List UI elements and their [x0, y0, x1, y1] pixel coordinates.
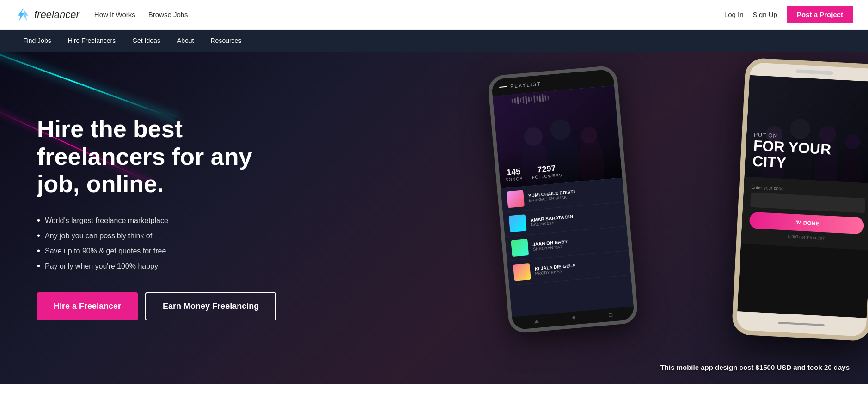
how-it-works-link[interactable]: How It Works	[94, 11, 135, 18]
back-nav-icon	[534, 320, 539, 324]
svg-marker-0	[18, 8, 24, 21]
song-info: KI JALA DIE GELA PRODY KHAN	[534, 259, 624, 276]
im-done-button[interactable]: I'M DONE	[749, 211, 865, 234]
browse-jobs-link[interactable]: Browse Jobs	[148, 11, 188, 18]
logo-icon	[15, 6, 31, 23]
secondary-navigation: Find Jobs Hire Freelancers Get Ideas Abo…	[0, 30, 868, 52]
home-bar-indicator	[778, 322, 825, 326]
logo-text: freelancer	[34, 9, 79, 21]
hire-freelancer-button[interactable]: Hire a Freelancer	[37, 292, 138, 320]
phone2-mockup: PUT ON FOR YOUR CITY Enter your code I'M…	[732, 58, 868, 342]
earn-money-button[interactable]: Earn Money Freelancing	[145, 292, 276, 320]
hire-freelancers-link[interactable]: Hire Freelancers	[60, 30, 124, 52]
hero-buttons: Hire a Freelancer Earn Money Freelancing	[37, 292, 277, 320]
phone1-stats-overlay: 145 SONGS 7297 FOLLOWERS	[493, 85, 622, 188]
phone1-image: 145 SONGS 7297 FOLLOWERS	[493, 85, 622, 188]
get-ideas-link[interactable]: Get Ideas	[124, 30, 169, 52]
song-info: AMAR SARATA DIN NACHIKETA	[530, 210, 620, 227]
song-thumb	[511, 239, 529, 257]
hero-section: Hire the best freelancers for any job, o…	[0, 52, 868, 384]
logo[interactable]: freelancer	[15, 6, 79, 23]
hero-phones: PLAYLIST	[471, 52, 868, 384]
hero-title: Hire the best freelancers for any job, o…	[37, 115, 277, 198]
about-link[interactable]: About	[169, 30, 202, 52]
signup-button[interactable]: Sign Up	[753, 11, 777, 18]
top-nav-right: Log In Sign Up Post a Project	[724, 6, 853, 23]
home-nav-icon	[572, 316, 575, 320]
song-thumb	[509, 214, 527, 232]
im-done-label: I'M DONE	[794, 219, 819, 227]
song-thumb	[507, 190, 525, 208]
resend-code-text: Didn't get the code?	[749, 232, 863, 242]
notch-bar	[796, 69, 833, 75]
top-nav-links: How It Works Browse Jobs	[94, 11, 188, 18]
bullet-1: World's largest freelance marketplace	[37, 213, 277, 228]
followers-stat: 7297 FOLLOWERS	[531, 163, 562, 180]
bullet-2: Any job you can possibly think of	[37, 228, 277, 243]
hero-caption: This mobile app design cost $1500 USD an…	[660, 363, 850, 371]
svg-marker-1	[22, 8, 28, 21]
top-nav-left: freelancer How It Works Browse Jobs	[15, 6, 188, 23]
song-list: YUMI CHAILE BRISTI BRINGAS SHISHAK AMAR …	[501, 178, 633, 317]
recents-nav-icon	[609, 313, 613, 317]
hero-bullets: World's largest freelance marketplace An…	[37, 213, 277, 274]
phone2-text-overlay: PUT ON FOR YOUR CITY	[744, 75, 868, 183]
bullet-3: Save up to 90% & get quotes for free	[37, 243, 277, 259]
phone2-input-section: Enter your code I'M DONE Didn't get the …	[741, 177, 868, 250]
song-thumb	[513, 263, 531, 281]
hero-content: Hire the best freelancers for any job, o…	[0, 78, 314, 357]
songs-stat: 145 SONGS	[505, 166, 523, 182]
song-info: JAAN OH BABY SHROYAN RAT	[532, 234, 623, 252]
phone2-screen: PUT ON FOR YOUR CITY Enter your code I'M…	[737, 75, 868, 318]
phone1-screen: PLAYLIST	[491, 69, 635, 330]
bullet-4: Pay only when you're 100% happy	[37, 259, 277, 274]
find-jobs-link[interactable]: Find Jobs	[15, 30, 60, 52]
top-navigation: freelancer How It Works Browse Jobs Log …	[0, 0, 868, 30]
playlist-label: PLAYLIST	[510, 81, 541, 89]
phone-container: PLAYLIST	[471, 52, 868, 384]
login-button[interactable]: Log In	[724, 11, 744, 18]
phone1-mockup: PLAYLIST	[487, 65, 639, 334]
post-project-button[interactable]: Post a Project	[787, 6, 853, 23]
resources-link[interactable]: Resources	[202, 30, 250, 52]
phone2-hero-image: PUT ON FOR YOUR CITY	[744, 75, 868, 183]
menu-icon	[499, 86, 507, 88]
code-input-box[interactable]	[750, 193, 865, 213]
song-info: YUMI CHAILE BRISTI BRINGAS SHISHAK	[528, 185, 618, 203]
